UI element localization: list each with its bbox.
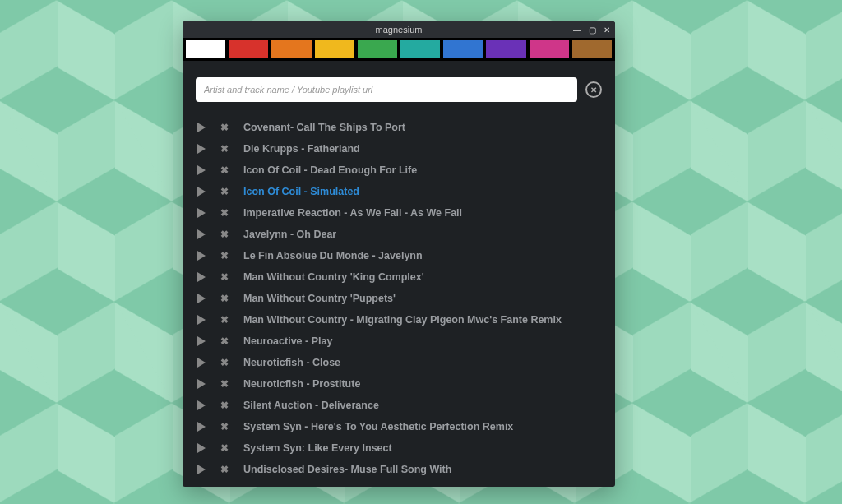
color-swatch-5[interactable] xyxy=(400,40,440,58)
play-icon[interactable] xyxy=(197,208,206,218)
color-swatch-7[interactable] xyxy=(486,40,525,58)
play-icon[interactable] xyxy=(197,400,206,410)
track-title[interactable]: System Syn: Like Every Insect xyxy=(243,442,392,454)
track-title[interactable]: Javelynn - Oh Dear xyxy=(243,229,336,240)
clear-search-button[interactable]: ✕ xyxy=(585,81,602,98)
remove-track-icon[interactable]: ✖ xyxy=(220,164,229,176)
color-swatch-0[interactable] xyxy=(186,40,225,58)
remove-track-icon[interactable]: ✖ xyxy=(220,229,229,240)
color-swatch-3[interactable] xyxy=(315,40,354,58)
track-row: ✖Man Without Country 'Puppets' xyxy=(196,288,602,309)
play-icon[interactable] xyxy=(197,144,206,154)
play-icon[interactable] xyxy=(197,251,206,261)
track-row: ✖Neuroticfish - Close xyxy=(196,352,602,373)
remove-track-icon[interactable]: ✖ xyxy=(220,314,229,326)
close-icon: ✕ xyxy=(590,86,597,95)
track-title[interactable]: Die Krupps - Fatherland xyxy=(243,143,360,155)
remove-track-icon[interactable]: ✖ xyxy=(220,400,229,411)
play-icon[interactable] xyxy=(197,422,206,432)
play-icon[interactable] xyxy=(197,272,206,282)
play-icon[interactable] xyxy=(197,443,206,453)
remove-track-icon[interactable]: ✖ xyxy=(220,464,229,475)
track-row: ✖Javelynn - Oh Dear xyxy=(196,224,602,245)
track-title[interactable]: Neuroticfish - Close xyxy=(243,357,340,368)
color-swatch-1[interactable] xyxy=(229,40,268,58)
track-title[interactable]: Man Without Country - Migrating Clay Pig… xyxy=(243,314,562,326)
search-input[interactable] xyxy=(196,77,577,102)
play-icon[interactable] xyxy=(197,336,206,346)
track-row: ✖Icon Of Coil - Simulated xyxy=(196,181,602,202)
track-title[interactable]: Neuroactive - Play xyxy=(243,335,332,347)
color-swatch-6[interactable] xyxy=(443,40,483,58)
minimize-icon[interactable]: — xyxy=(572,25,582,35)
color-palette xyxy=(183,38,615,61)
track-title[interactable]: Man Without Country 'King Complex' xyxy=(243,271,424,283)
track-title[interactable]: Icon Of Coil - Dead Enough For Life xyxy=(243,164,417,176)
play-icon[interactable] xyxy=(197,229,206,239)
track-title[interactable]: Le Fin Absolue Du Monde - Javelynn xyxy=(243,250,423,261)
track-row: ✖Silent Auction - Deliverance xyxy=(196,395,602,416)
track-title[interactable]: Man Without Country 'Puppets' xyxy=(243,293,396,304)
track-row: ✖Le Fin Absolue Du Monde - Javelynn xyxy=(196,245,602,266)
remove-track-icon[interactable]: ✖ xyxy=(220,143,229,155)
play-icon[interactable] xyxy=(197,294,206,303)
color-swatch-9[interactable] xyxy=(572,40,612,58)
close-icon[interactable]: ✕ xyxy=(602,25,612,35)
color-swatch-4[interactable] xyxy=(358,40,397,58)
remove-track-icon[interactable]: ✖ xyxy=(220,186,229,197)
track-row: ✖Man Without Country 'King Complex' xyxy=(196,266,602,288)
track-row: ✖Imperative Reaction - As We Fall - As W… xyxy=(196,202,602,224)
track-row: ✖Neuroticfish - Prostitute xyxy=(196,373,602,395)
track-title[interactable]: Undisclosed Desires- Muse Full Song With xyxy=(243,464,451,475)
remove-track-icon[interactable]: ✖ xyxy=(220,378,229,390)
track-title[interactable]: Imperative Reaction - As We Fall - As We… xyxy=(243,207,462,219)
content-area: ✕ ✖Covenant- Call The Ships To Port✖Die … xyxy=(183,61,615,487)
remove-track-icon[interactable]: ✖ xyxy=(220,335,229,347)
track-list: ✖Covenant- Call The Ships To Port✖Die Kr… xyxy=(196,117,602,487)
track-title[interactable]: System Syn - Here's To You Aesthetic Per… xyxy=(243,421,513,432)
search-row: ✕ xyxy=(196,77,602,102)
track-row: ✖Undisclosed Desires- Muse Full Song Wit… xyxy=(196,459,602,480)
titlebar[interactable]: magnesium — ▢ ✕ xyxy=(183,21,615,38)
remove-track-icon[interactable]: ✖ xyxy=(220,442,229,454)
remove-track-icon[interactable]: ✖ xyxy=(220,421,229,432)
play-icon[interactable] xyxy=(197,465,206,474)
remove-track-icon[interactable]: ✖ xyxy=(220,271,229,283)
track-row: ✖System Syn - Here's To You Aesthetic Pe… xyxy=(196,416,602,437)
track-row: ✖Icon Of Coil - Dead Enough For Life xyxy=(196,160,602,181)
play-icon[interactable] xyxy=(197,123,206,132)
play-icon[interactable] xyxy=(197,358,206,368)
app-window: magnesium — ▢ ✕ ✕ ✖Covenant- Call The Sh… xyxy=(183,21,615,487)
track-row: ✖Man Without Country - Migrating Clay Pi… xyxy=(196,309,602,331)
remove-track-icon[interactable]: ✖ xyxy=(220,293,229,304)
color-swatch-2[interactable] xyxy=(271,40,311,58)
track-row: ✖Neuroactive - Play xyxy=(196,331,602,352)
play-icon[interactable] xyxy=(197,315,206,325)
track-title[interactable]: Silent Auction - Deliverance xyxy=(243,400,379,411)
color-swatch-8[interactable] xyxy=(530,40,569,58)
play-icon[interactable] xyxy=(197,187,206,197)
remove-track-icon[interactable]: ✖ xyxy=(220,122,229,133)
track-row: ✖System Syn: Like Every Insect xyxy=(196,437,602,459)
track-title[interactable]: Neuroticfish - Prostitute xyxy=(243,378,360,390)
remove-track-icon[interactable]: ✖ xyxy=(220,357,229,368)
remove-track-icon[interactable]: ✖ xyxy=(220,250,229,261)
track-title[interactable]: Covenant- Call The Ships To Port xyxy=(243,122,405,133)
track-title[interactable]: Icon Of Coil - Simulated xyxy=(243,186,359,197)
maximize-icon[interactable]: ▢ xyxy=(587,25,597,35)
window-controls: — ▢ ✕ xyxy=(572,21,612,38)
play-icon[interactable] xyxy=(197,379,206,389)
play-icon[interactable] xyxy=(197,165,206,175)
window-title: magnesium xyxy=(376,25,423,35)
remove-track-icon[interactable]: ✖ xyxy=(220,207,229,219)
track-row: ✖Covenant- Call The Ships To Port xyxy=(196,117,602,138)
track-row: ✖Die Krupps - Fatherland xyxy=(196,138,602,160)
